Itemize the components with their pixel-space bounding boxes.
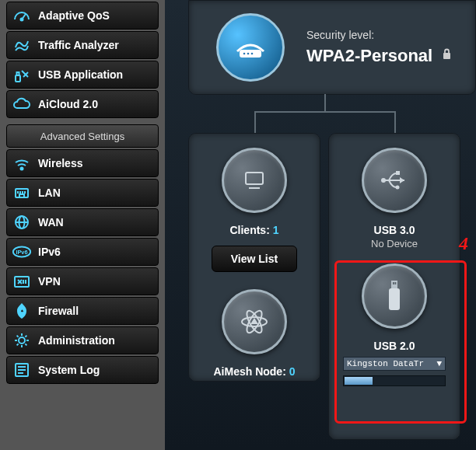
aimesh-label: AiMesh Node: 0	[195, 365, 313, 378]
sidebar-item-usb-application[interactable]: USB Application	[6, 61, 159, 89]
usb-app-icon	[12, 65, 32, 85]
sidebar-item-aicloud-2-0[interactable]: AiCloud 2.0	[6, 90, 159, 118]
usb20-label: USB 2.0	[335, 340, 453, 352]
usb-storage-progress	[343, 375, 446, 386]
sidebar-item-label: Wireless	[38, 157, 82, 169]
sidebar: Adaptive QoSTraffic AnalyzerUSB Applicat…	[0, 0, 165, 450]
usb20-icon[interactable]	[362, 263, 427, 329]
dashboard-icon	[12, 5, 32, 26]
svg-rect-43	[393, 282, 394, 284]
wireless-icon	[12, 153, 32, 173]
security-level-label: Security level:	[306, 29, 452, 41]
syslog-icon	[12, 360, 32, 380]
ipv6-icon: IPv6	[12, 242, 32, 262]
svg-rect-42	[391, 281, 397, 288]
sidebar-item-wireless[interactable]: Wireless	[6, 149, 159, 177]
router-icon	[216, 13, 285, 82]
usb-device-dropdown[interactable]: Kingston DataTr▼	[343, 357, 446, 371]
svg-point-30	[247, 53, 250, 55]
vpn-icon	[12, 271, 32, 291]
svg-rect-44	[395, 282, 397, 284]
sidebar-item-label: IPv6	[38, 246, 61, 258]
svg-text:IPv6: IPv6	[16, 249, 27, 256]
sidebar-item-adaptive-qos[interactable]: Adaptive QoS	[6, 2, 159, 30]
wan-icon	[12, 212, 32, 232]
sidebar-item-administration[interactable]: Administration	[6, 326, 159, 354]
lock-icon	[442, 44, 452, 65]
sidebar-item-ipv6[interactable]: IPv6IPv6	[6, 238, 159, 266]
cloud-icon	[12, 94, 32, 114]
sidebar-item-label: Traffic Analyzer	[38, 39, 119, 51]
sidebar-item-label: Firewall	[38, 305, 79, 317]
sidebar-item-traffic-analyzer[interactable]: Traffic Analyzer	[6, 31, 159, 59]
clients-label: Clients: 1	[195, 224, 313, 236]
clients-icon[interactable]	[222, 148, 287, 213]
svg-rect-18	[15, 277, 29, 287]
sidebar-item-label: WAN	[38, 216, 64, 228]
lan-icon	[12, 183, 32, 203]
sidebar-item-label: System Log	[38, 364, 100, 376]
advanced-settings-header: Advanced Settings	[6, 124, 159, 148]
sidebar-item-wan[interactable]: WAN	[6, 208, 159, 236]
svg-rect-3	[17, 72, 19, 75]
svg-rect-2	[16, 75, 20, 82]
svg-rect-28	[240, 50, 261, 58]
sidebar-item-label: AiCloud 2.0	[38, 98, 98, 110]
svg-point-1	[21, 19, 23, 21]
security-card[interactable]: Security level: WPA2-Personal	[188, 0, 476, 95]
main-panel: Security level: WPA2-Personal Clients: 1…	[165, 0, 476, 450]
sidebar-item-lan[interactable]: LAN	[6, 179, 159, 207]
clients-card: Clients: 1 View List AiMesh Node: 0	[188, 133, 320, 382]
svg-point-41	[396, 186, 400, 190]
aimesh-icon[interactable]	[222, 289, 287, 354]
sidebar-item-label: LAN	[38, 187, 61, 199]
svg-rect-45	[389, 288, 400, 310]
sidebar-item-vpn[interactable]: VPN	[6, 267, 159, 295]
usb30-icon[interactable]	[362, 148, 427, 213]
usb30-label: USB 3.0	[335, 224, 453, 236]
svg-point-6	[21, 168, 23, 170]
security-level-value: WPA2-Personal	[306, 44, 452, 66]
svg-point-29	[243, 53, 246, 55]
svg-point-31	[251, 53, 254, 55]
svg-rect-8	[19, 194, 24, 197]
sidebar-item-firewall[interactable]: Firewall	[6, 297, 159, 325]
svg-point-23	[19, 337, 25, 344]
sidebar-item-label: VPN	[38, 275, 61, 288]
sidebar-item-system-log[interactable]: System Log	[6, 356, 159, 384]
svg-rect-32	[443, 53, 450, 59]
chevron-down-icon: ▼	[436, 359, 442, 368]
view-list-button[interactable]: View List	[212, 246, 297, 272]
sidebar-item-label: Administration	[38, 334, 115, 347]
traffic-icon	[12, 35, 32, 55]
sidebar-item-label: USB Application	[38, 68, 123, 81]
admin-icon	[12, 330, 32, 351]
svg-rect-40	[396, 171, 400, 175]
sidebar-item-label: Adaptive QoS	[38, 9, 110, 22]
firewall-icon	[12, 301, 32, 321]
usb30-status: No Device	[335, 238, 453, 249]
svg-rect-33	[246, 173, 263, 184]
usb-card: USB 3.0 No Device USB 2.0 Kingston DataT…	[328, 133, 460, 440]
